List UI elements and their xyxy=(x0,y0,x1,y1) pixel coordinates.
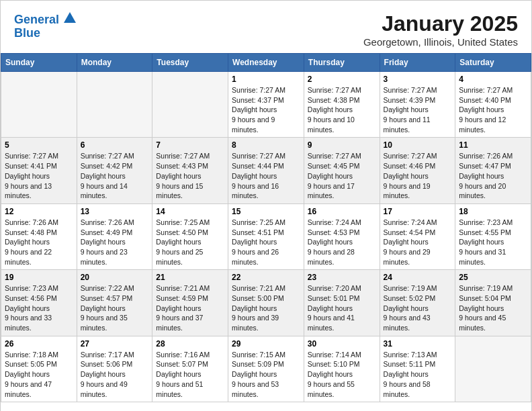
day-info: Sunrise: 7:25 AMSunset: 4:51 PMDaylight … xyxy=(232,218,300,267)
day-info: Sunrise: 7:27 AMSunset: 4:46 PMDaylight … xyxy=(384,151,452,200)
day-number: 31 xyxy=(384,339,452,349)
week-row-4: 19Sunrise: 7:23 AMSunset: 4:56 PMDayligh… xyxy=(1,270,531,336)
calendar-cell: 26Sunrise: 7:18 AMSunset: 5:05 PMDayligh… xyxy=(1,336,77,402)
calendar-cell: 8Sunrise: 7:27 AMSunset: 4:44 PMDaylight… xyxy=(228,138,304,203)
calendar-cell: 29Sunrise: 7:15 AMSunset: 5:09 PMDayligh… xyxy=(228,336,304,402)
day-info: Sunrise: 7:19 AMSunset: 5:04 PMDaylight … xyxy=(459,283,527,332)
weekday-header-friday: Friday xyxy=(380,54,455,72)
day-info: Sunrise: 7:13 AMSunset: 5:11 PMDaylight … xyxy=(384,350,452,399)
day-info: Sunrise: 7:24 AMSunset: 4:54 PMDaylight … xyxy=(384,218,452,267)
calendar-cell: 28Sunrise: 7:16 AMSunset: 5:07 PMDayligh… xyxy=(152,336,228,402)
calendar-cell: 9Sunrise: 7:27 AMSunset: 4:45 PMDaylight… xyxy=(304,138,380,203)
day-info: Sunrise: 7:17 AMSunset: 5:06 PMDaylight … xyxy=(81,350,149,399)
day-number: 8 xyxy=(232,140,300,150)
logo-general: General xyxy=(14,13,59,26)
day-number: 15 xyxy=(232,207,300,216)
calendar-cell xyxy=(152,72,228,138)
calendar-cell: 24Sunrise: 7:19 AMSunset: 5:02 PMDayligh… xyxy=(380,270,455,336)
month-title: January 2025 xyxy=(363,11,518,36)
day-info: Sunrise: 7:27 AMSunset: 4:42 PMDaylight … xyxy=(81,151,149,200)
day-info: Sunrise: 7:27 AMSunset: 4:38 PMDaylight … xyxy=(308,85,376,134)
logo: General Blue xyxy=(14,11,76,40)
day-info: Sunrise: 7:19 AMSunset: 5:02 PMDaylight … xyxy=(384,283,452,332)
title-area: January 2025 Georgetown, Illinois, Unite… xyxy=(363,11,518,48)
calendar-cell: 27Sunrise: 7:17 AMSunset: 5:06 PMDayligh… xyxy=(77,336,152,402)
calendar-cell: 25Sunrise: 7:19 AMSunset: 5:04 PMDayligh… xyxy=(455,270,531,336)
weekday-header-thursday: Thursday xyxy=(304,54,380,72)
calendar-cell: 30Sunrise: 7:14 AMSunset: 5:10 PMDayligh… xyxy=(304,336,380,402)
day-number: 24 xyxy=(384,273,452,282)
logo-blue: Blue xyxy=(14,26,40,40)
calendar-cell xyxy=(455,336,531,402)
calendar-cell: 4Sunrise: 7:27 AMSunset: 4:40 PMDaylight… xyxy=(455,72,531,138)
day-number: 7 xyxy=(156,140,224,150)
day-info: Sunrise: 7:18 AMSunset: 5:05 PMDaylight … xyxy=(5,350,73,399)
day-number: 29 xyxy=(232,339,300,349)
day-number: 18 xyxy=(459,207,527,216)
day-info: Sunrise: 7:21 AMSunset: 5:00 PMDaylight … xyxy=(232,283,300,332)
weekday-header-wednesday: Wednesday xyxy=(228,54,304,72)
day-number: 30 xyxy=(308,339,376,349)
day-info: Sunrise: 7:23 AMSunset: 4:56 PMDaylight … xyxy=(5,283,73,332)
calendar-cell: 1Sunrise: 7:27 AMSunset: 4:37 PMDaylight… xyxy=(228,72,304,138)
day-info: Sunrise: 7:20 AMSunset: 5:01 PMDaylight … xyxy=(308,283,376,332)
day-info: Sunrise: 7:14 AMSunset: 5:10 PMDaylight … xyxy=(308,350,376,399)
day-number: 16 xyxy=(308,207,376,216)
calendar-cell: 7Sunrise: 7:27 AMSunset: 4:43 PMDaylight… xyxy=(152,138,228,203)
calendar-cell: 31Sunrise: 7:13 AMSunset: 5:11 PMDayligh… xyxy=(380,336,455,402)
day-number: 4 xyxy=(459,75,527,84)
weekday-header-row: SundayMondayTuesdayWednesdayThursdayFrid… xyxy=(1,54,531,72)
calendar-cell: 18Sunrise: 7:23 AMSunset: 4:55 PMDayligh… xyxy=(455,203,531,269)
day-number: 25 xyxy=(459,273,527,282)
day-number: 19 xyxy=(5,273,73,282)
week-row-3: 12Sunrise: 7:26 AMSunset: 4:48 PMDayligh… xyxy=(1,203,531,269)
calendar-cell: 5Sunrise: 7:27 AMSunset: 4:41 PMDaylight… xyxy=(1,138,77,203)
header: General Blue January 2025 Georgetown, Il… xyxy=(1,1,531,53)
calendar-cell: 20Sunrise: 7:22 AMSunset: 4:57 PMDayligh… xyxy=(77,270,152,336)
svg-marker-0 xyxy=(64,12,76,23)
calendar-cell: 13Sunrise: 7:26 AMSunset: 4:49 PMDayligh… xyxy=(77,203,152,269)
day-info: Sunrise: 7:27 AMSunset: 4:43 PMDaylight … xyxy=(156,151,224,200)
day-number: 17 xyxy=(384,207,452,216)
calendar-cell: 14Sunrise: 7:25 AMSunset: 4:50 PMDayligh… xyxy=(152,203,228,269)
day-number: 9 xyxy=(308,140,376,150)
day-number: 27 xyxy=(81,339,149,349)
weekday-header-sunday: Sunday xyxy=(1,54,77,72)
day-number: 6 xyxy=(81,140,149,150)
day-info: Sunrise: 7:27 AMSunset: 4:44 PMDaylight … xyxy=(232,151,300,200)
calendar-cell: 6Sunrise: 7:27 AMSunset: 4:42 PMDaylight… xyxy=(77,138,152,203)
calendar-cell: 16Sunrise: 7:24 AMSunset: 4:53 PMDayligh… xyxy=(304,203,380,269)
day-number: 5 xyxy=(5,140,73,150)
week-row-1: 1Sunrise: 7:27 AMSunset: 4:37 PMDaylight… xyxy=(1,72,531,138)
day-number: 14 xyxy=(156,207,224,216)
day-info: Sunrise: 7:27 AMSunset: 4:45 PMDaylight … xyxy=(308,151,376,200)
calendar-cell: 15Sunrise: 7:25 AMSunset: 4:51 PMDayligh… xyxy=(228,203,304,269)
day-number: 22 xyxy=(232,273,300,282)
weekday-header-saturday: Saturday xyxy=(455,54,531,72)
calendar-table: SundayMondayTuesdayWednesdayThursdayFrid… xyxy=(1,53,531,402)
day-info: Sunrise: 7:22 AMSunset: 4:57 PMDaylight … xyxy=(81,283,149,332)
day-number: 21 xyxy=(156,273,224,282)
day-number: 23 xyxy=(308,273,376,282)
day-info: Sunrise: 7:16 AMSunset: 5:07 PMDaylight … xyxy=(156,350,224,399)
logo-text: General Blue xyxy=(14,11,76,40)
calendar-cell: 3Sunrise: 7:27 AMSunset: 4:39 PMDaylight… xyxy=(380,72,455,138)
day-info: Sunrise: 7:27 AMSunset: 4:37 PMDaylight … xyxy=(232,85,300,134)
day-info: Sunrise: 7:26 AMSunset: 4:47 PMDaylight … xyxy=(459,151,527,200)
day-info: Sunrise: 7:26 AMSunset: 4:48 PMDaylight … xyxy=(5,218,73,267)
day-number: 12 xyxy=(5,207,73,216)
day-info: Sunrise: 7:26 AMSunset: 4:49 PMDaylight … xyxy=(81,218,149,267)
weekday-header-monday: Monday xyxy=(77,54,152,72)
calendar-cell: 23Sunrise: 7:20 AMSunset: 5:01 PMDayligh… xyxy=(304,270,380,336)
day-info: Sunrise: 7:21 AMSunset: 4:59 PMDaylight … xyxy=(156,283,224,332)
calendar-page: General Blue January 2025 Georgetown, Il… xyxy=(0,0,532,411)
day-number: 11 xyxy=(459,140,527,150)
week-row-5: 26Sunrise: 7:18 AMSunset: 5:05 PMDayligh… xyxy=(1,336,531,402)
day-info: Sunrise: 7:25 AMSunset: 4:50 PMDaylight … xyxy=(156,218,224,267)
day-info: Sunrise: 7:27 AMSunset: 4:40 PMDaylight … xyxy=(459,85,527,134)
day-number: 13 xyxy=(81,207,149,216)
day-number: 10 xyxy=(384,140,452,150)
day-number: 28 xyxy=(156,339,224,349)
day-info: Sunrise: 7:15 AMSunset: 5:09 PMDaylight … xyxy=(232,350,300,399)
day-number: 26 xyxy=(5,339,73,349)
